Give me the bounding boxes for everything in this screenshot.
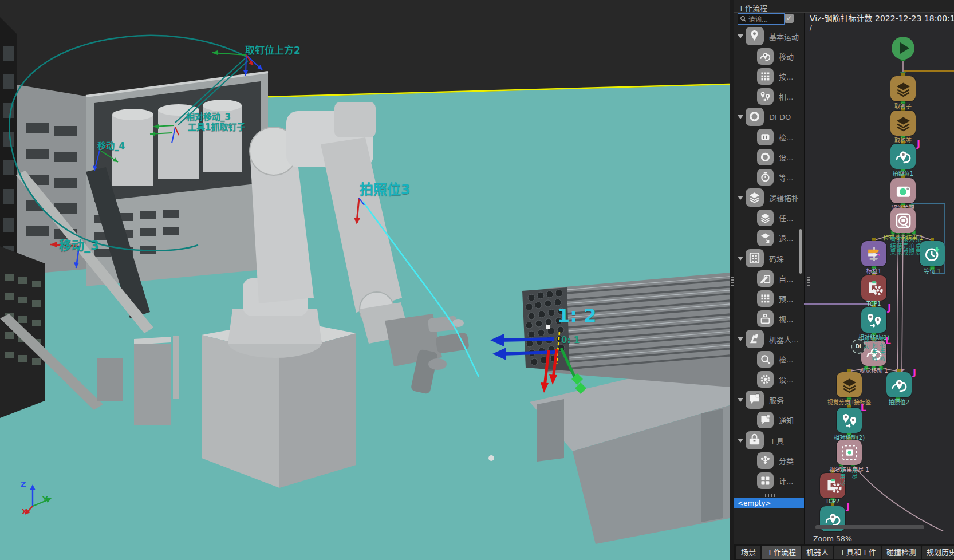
tab-scene[interactable]: 场景 xyxy=(736,546,760,559)
collapse-arrow-icon[interactable] xyxy=(738,257,743,261)
collapse-arrow-icon[interactable] xyxy=(738,439,743,443)
tree-item-wait-di[interactable]: 等... xyxy=(734,167,804,187)
tree-group-di-do[interactable]: DI DO xyxy=(734,107,804,127)
camera-icon xyxy=(894,182,912,200)
tree-item-relative-move[interactable]: 相... xyxy=(734,86,804,107)
tree-item-label: 任... xyxy=(779,212,793,223)
pin-icon xyxy=(746,27,764,45)
node-tcp-1[interactable]: TCP1 xyxy=(861,275,886,301)
tree-item-robot-check[interactable]: 检... xyxy=(734,349,804,369)
tree-item-label: 设... xyxy=(779,152,793,163)
tree-group-service[interactable]: 服务 xyxy=(734,389,804,410)
node-vision-branch-if-label[interactable]: 视觉分支If接标签 xyxy=(837,372,862,397)
tree-item-move-grid[interactable]: 按... xyxy=(734,66,804,86)
robot-search-icon xyxy=(757,351,774,368)
tree-item-task[interactable]: 任... xyxy=(734,207,804,228)
collapse-arrow-icon[interactable] xyxy=(738,196,743,200)
node-take-nail[interactable]: 取钉子 xyxy=(890,76,916,101)
tree-item-check-di[interactable]: 检... xyxy=(734,127,804,147)
tab-collision[interactable]: 碰撞检测 xyxy=(882,546,921,559)
scene-render xyxy=(0,0,730,560)
tab-workflow[interactable]: 工作流程 xyxy=(762,546,801,559)
tree-item-label: 通知 xyxy=(779,415,794,425)
clock-plus-icon xyxy=(924,245,941,263)
node-photo-pos-1[interactable]: J 拍照位1 xyxy=(890,144,916,169)
tab-plan-history[interactable]: 规划历史 xyxy=(922,546,954,559)
tree-group-label: 工具 xyxy=(769,435,784,446)
node-relative-move-2[interactable]: L 相对移动(2) xyxy=(837,408,862,433)
tree-item-count[interactable]: 计... xyxy=(734,470,804,491)
tree-item-robot-set[interactable]: 设... xyxy=(734,369,804,389)
collapse-arrow-icon[interactable] xyxy=(738,398,743,402)
node-wait-1[interactable]: 等待 1 xyxy=(920,241,945,266)
pallet-icon xyxy=(746,249,764,267)
di-badge-label: DI xyxy=(856,344,861,349)
branch-label-no-result: 无结果 xyxy=(896,236,902,255)
canvas-hscrollbar[interactable] xyxy=(815,525,924,529)
tree-item-label: 退... xyxy=(779,232,793,243)
node-photo-pos-2[interactable]: J 拍照位2 xyxy=(886,372,912,397)
axis-z-label: Z xyxy=(21,480,26,488)
zoom-level-label: Zoom 58% xyxy=(813,534,852,543)
node-label: TCP1 xyxy=(845,301,902,307)
layers-icon xyxy=(841,376,858,394)
tree-item-move[interactable]: 移动 xyxy=(734,46,804,66)
tree-scrollbar[interactable] xyxy=(799,229,802,274)
filter-checkbox[interactable]: ✓ xyxy=(785,14,794,23)
timer-icon xyxy=(757,169,774,186)
tree-group-logic[interactable]: 逻辑拓扑 xyxy=(734,187,804,208)
tree-item-custom-pallet[interactable]: 自... xyxy=(734,268,804,289)
node-label: 标签1 xyxy=(845,266,902,275)
camera-dashed-icon xyxy=(841,444,858,462)
workflow-start-button[interactable] xyxy=(892,37,914,60)
tree-group-tools[interactable]: 工具 xyxy=(734,430,804,451)
tree-splitter-handle-icon[interactable] xyxy=(765,494,775,497)
collapse-arrow-icon[interactable] xyxy=(738,337,743,341)
pin-pair-icon xyxy=(757,88,774,105)
waypoint-label-tool-grab: 工具1抓取钉子 xyxy=(188,120,245,132)
node-label-1[interactable]: 标签1 xyxy=(861,241,886,266)
camera-frame-icon xyxy=(894,212,912,230)
tree-item-label: 检... xyxy=(779,132,793,143)
tree-item-notify[interactable]: 通知 xyxy=(734,409,804,430)
node-check-vision-result[interactable]: 检查视觉结果 1 xyxy=(890,208,916,233)
tree-group-robot[interactable]: 机器人... xyxy=(734,329,804,349)
node-relative-move-1[interactable]: J 相对移动(1) xyxy=(861,307,886,333)
axis-y-label: Y xyxy=(42,495,48,503)
tree-item-exit[interactable]: 退... xyxy=(734,227,804,248)
axis-x-label: X xyxy=(22,507,27,516)
tree-item-vision-pallet[interactable]: 视... xyxy=(734,308,804,329)
pin-move-icon xyxy=(757,48,774,65)
search-input[interactable]: 请输... xyxy=(738,13,785,25)
node-vision-results-exhausted[interactable]: 视觉结果用尽 1 xyxy=(837,440,862,465)
pallet-grid-icon xyxy=(757,290,774,307)
node-label: 视觉分支If接标签 xyxy=(821,397,878,406)
play-icon xyxy=(900,42,909,54)
node-rebar-photo[interactable]: 钢筋拍照 xyxy=(890,178,916,203)
viewport-panel-splitter[interactable] xyxy=(730,0,734,560)
tree-item-label: 计... xyxy=(779,475,793,486)
tree-item-set-do[interactable]: 设... xyxy=(734,147,804,167)
collapse-arrow-icon[interactable] xyxy=(738,34,743,38)
node-label: 拍照位2 xyxy=(870,397,928,406)
tree-group-palletize[interactable]: 码垛 xyxy=(734,248,804,269)
tree-item-label: 移动 xyxy=(779,51,794,62)
toolbox-icon xyxy=(746,431,764,449)
tree-group-basic-motion[interactable]: 基本运动 xyxy=(734,26,804,46)
3d-viewport[interactable]: 取钉位上方2 相对移动_3 工具1抓取钉子 移动_4 移动_3 拍照位3 1: … xyxy=(0,0,730,560)
node-label: 取标签 xyxy=(874,136,932,144)
pin-route-icon xyxy=(894,148,912,165)
tab-robot[interactable]: 机器人 xyxy=(802,546,833,559)
node-take-label[interactable]: 取标签 xyxy=(890,111,916,136)
tree-item-preset-pallet[interactable]: 预... xyxy=(734,288,804,309)
tab-tools-workpieces[interactable]: 工具和工件 xyxy=(834,546,881,559)
pin-pair-icon xyxy=(841,412,858,429)
branch-label-light-layer: 光点层 xyxy=(914,236,921,255)
count-label-big: 1: 2 xyxy=(557,305,596,326)
collapse-arrow-icon[interactable] xyxy=(738,115,743,119)
waypoint-label-move3: 移动_3 xyxy=(59,235,99,253)
waypoint-label-photo-pos3: 拍照位3 xyxy=(360,178,411,198)
tree-item-classify[interactable]: 分类 xyxy=(734,450,804,471)
classify-icon xyxy=(757,452,774,469)
selection-empty-bar[interactable]: <empty> xyxy=(734,498,807,508)
